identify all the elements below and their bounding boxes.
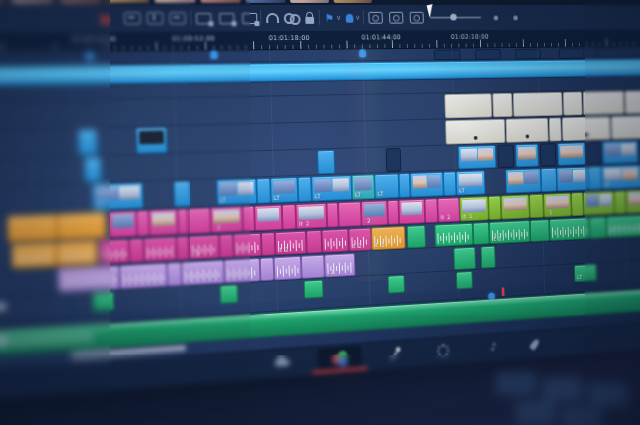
clip[interactable]: [119, 263, 168, 289]
clip[interactable]: lt_2: [275, 231, 307, 256]
clip[interactable]: [562, 116, 611, 141]
clip[interactable]: [99, 239, 129, 264]
clip[interactable]: [298, 177, 312, 202]
clip[interactable]: [513, 92, 563, 117]
clip[interactable]: _2: [189, 235, 220, 260]
color-page-icon[interactable]: [329, 349, 351, 367]
clip[interactable]: [602, 141, 638, 165]
clip[interactable]: [306, 230, 322, 254]
clip[interactable]: [407, 225, 426, 248]
music-clip-marker-red[interactable]: [502, 287, 505, 296]
clip[interactable]: _2: [324, 253, 355, 277]
clip[interactable]: LT_: [456, 170, 486, 195]
clip[interactable]: [398, 199, 425, 225]
clip[interactable]: [549, 217, 589, 241]
clip[interactable]: [588, 166, 602, 190]
clip[interactable]: [78, 129, 98, 156]
clip[interactable]: [57, 240, 98, 266]
clip[interactable]: [488, 196, 501, 220]
cloud-icon[interactable]: [271, 354, 293, 373]
clip[interactable]: [549, 118, 562, 142]
clip[interactable]: [143, 237, 177, 262]
clip[interactable]: [583, 91, 625, 115]
clip[interactable]: LT_: [216, 178, 257, 205]
clip[interactable]: [481, 246, 496, 269]
clip[interactable]: lt_1: [489, 220, 531, 244]
clip[interactable]: [136, 210, 149, 236]
clip[interactable]: [563, 92, 583, 116]
clip[interactable]: [176, 236, 189, 260]
clip[interactable]: [530, 219, 550, 242]
clip[interactable]: [174, 181, 191, 207]
clip[interactable]: [399, 173, 411, 198]
clip[interactable]: [506, 118, 549, 143]
clip[interactable]: [387, 200, 399, 225]
clip[interactable]: [497, 144, 514, 167]
clip[interactable]: [410, 172, 444, 198]
clip[interactable]: [136, 127, 168, 154]
clip[interactable]: [84, 157, 102, 183]
clip[interactable]: [167, 262, 182, 286]
clip[interactable]: [453, 247, 475, 270]
clip[interactable]: [188, 208, 211, 234]
clip[interactable]: [515, 144, 539, 168]
clip[interactable]: [282, 204, 296, 230]
clip[interactable]: [254, 205, 282, 231]
settings-gear-icon[interactable]: [432, 342, 453, 360]
clip[interactable]: [256, 178, 271, 204]
fairlight-note-icon[interactable]: ♪: [483, 338, 503, 356]
clip[interactable]: [529, 194, 544, 218]
clip[interactable]: [224, 258, 261, 283]
clip[interactable]: [501, 194, 530, 219]
clip[interactable]: [583, 191, 614, 216]
clip[interactable]: [109, 211, 137, 238]
clip[interactable]: [443, 171, 456, 196]
clip[interactable]: [261, 232, 276, 256]
clip[interactable]: LT_: [374, 173, 399, 198]
clip[interactable]: [242, 206, 255, 232]
clip[interactable]: [58, 265, 120, 292]
clip[interactable]: LT_: [574, 264, 597, 282]
clip[interactable]: [505, 168, 541, 193]
clip[interactable]: [473, 222, 490, 245]
clip[interactable]: _2: [361, 200, 388, 226]
clip[interactable]: [540, 143, 556, 166]
clip[interactable]: [7, 214, 58, 243]
clip[interactable]: LT_: [92, 183, 143, 211]
clip[interactable]: [321, 229, 349, 253]
clip[interactable]: lt_2: [295, 203, 327, 229]
clip[interactable]: LT_: [601, 165, 640, 190]
clip[interactable]: [388, 275, 405, 294]
clip[interactable]: lt_2: [437, 197, 460, 222]
clip[interactable]: [326, 202, 338, 227]
clip[interactable]: [424, 198, 438, 223]
clip[interactable]: [571, 192, 584, 216]
clip[interactable]: [556, 167, 588, 192]
clip[interactable]: [274, 256, 302, 281]
clip[interactable]: _2: [210, 206, 243, 233]
clip[interactable]: [386, 148, 402, 172]
clip[interactable]: [626, 189, 640, 214]
clip[interactable]: [220, 285, 239, 304]
clip[interactable]: [456, 271, 473, 289]
clip[interactable]: [492, 93, 512, 117]
clip[interactable]: [57, 212, 107, 240]
clip[interactable]: [625, 90, 640, 114]
clip[interactable]: [129, 238, 144, 262]
clip[interactable]: [93, 292, 115, 312]
clip[interactable]: lt_1: [371, 226, 405, 250]
clip[interactable]: lt_2: [348, 228, 371, 252]
clip[interactable]: LT_: [270, 177, 298, 203]
clip[interactable]: lt_1: [459, 196, 489, 221]
clip[interactable]: [606, 214, 640, 238]
clip[interactable]: [11, 242, 57, 268]
clip[interactable]: [614, 190, 627, 214]
clip[interactable]: [181, 260, 224, 286]
clip[interactable]: [317, 150, 335, 174]
clip[interactable]: [219, 234, 234, 258]
clip[interactable]: _1: [543, 193, 572, 218]
clip[interactable]: [589, 217, 607, 239]
clip[interactable]: [458, 145, 497, 169]
clip[interactable]: [233, 233, 262, 258]
deliver-rocket-icon[interactable]: [524, 335, 544, 353]
